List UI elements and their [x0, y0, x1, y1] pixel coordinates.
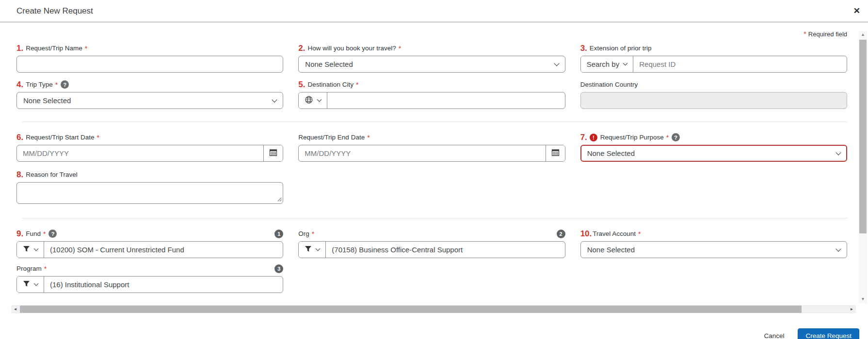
help-icon[interactable]: ? [672, 133, 680, 141]
chevron-down-icon [836, 150, 841, 155]
chevron-down-icon [554, 61, 559, 66]
field-label: Travel Account [593, 230, 636, 237]
org-input[interactable] [326, 242, 564, 258]
field-label: Fund [26, 230, 41, 237]
travel-account-select[interactable]: None Selected [580, 241, 847, 258]
selected-value: None Selected [587, 246, 635, 254]
form-row-6: Program * 3 [16, 263, 847, 293]
field-number: 8. [16, 170, 23, 179]
required-asterisk: * [43, 230, 46, 238]
reason-for-travel-textarea[interactable] [16, 182, 283, 204]
horizontal-scrollbar[interactable]: ◄ ► [11, 305, 856, 313]
vertical-scrollbar[interactable]: ▲ ▼ [859, 31, 867, 303]
resize-handle-icon[interactable] [277, 197, 282, 201]
create-request-button[interactable]: Create Request [798, 328, 859, 339]
error-icon: ! [590, 134, 597, 141]
fund-filter-dropdown[interactable] [17, 242, 44, 258]
org-group [298, 241, 565, 258]
field-fund: 9. Fund * ? 1 [16, 229, 283, 258]
field-extension-prior-trip: 3. Extension of prior trip Search by [580, 43, 847, 73]
chevron-down-icon [836, 246, 841, 251]
filter-funnel-icon [23, 280, 30, 289]
calendar-button[interactable] [263, 145, 283, 161]
form-row-5: 9. Fund * ? 1 [16, 229, 847, 258]
form-row-2: 4. Trip Type * ? None Selected 5. Destin… [16, 79, 847, 109]
required-asterisk: * [666, 134, 669, 141]
field-reason-for-travel: 8. Reason for Travel [16, 170, 283, 204]
field-label: Org [298, 230, 309, 237]
fund-input[interactable] [44, 242, 283, 258]
field-label: Request/Trip Start Date [26, 134, 94, 141]
field-book-travel: 2. How will you book your travel? * None… [298, 43, 565, 73]
field-request-trip-name: 1. Request/Trip Name * [16, 43, 283, 73]
modal-footer: Cancel Create Request [0, 324, 868, 339]
sequence-badge: 1 [274, 230, 283, 238]
field-number: 7. [580, 133, 587, 141]
scroll-up-arrow-icon[interactable]: ▲ [859, 31, 867, 39]
scroll-right-arrow-icon[interactable]: ► [848, 305, 856, 313]
section-divider [22, 218, 847, 218]
field-start-date: 6. Request/Trip Start Date * [16, 132, 283, 162]
end-date-input[interactable] [299, 145, 545, 161]
calendar-icon [551, 149, 560, 158]
field-label: Program [16, 265, 42, 272]
required-asterisk: * [356, 81, 358, 89]
book-travel-select[interactable]: None Selected [298, 56, 565, 73]
vertical-scroll-thumb[interactable] [859, 40, 867, 233]
field-number: 1. [16, 44, 23, 52]
calendar-button[interactable] [546, 145, 565, 161]
destination-city-input[interactable] [327, 92, 564, 108]
field-label: Destination Country [580, 81, 638, 88]
required-asterisk: * [312, 230, 314, 238]
filter-funnel-icon [23, 246, 30, 254]
field-number: 10. [580, 230, 592, 238]
required-field-text: Required field [808, 31, 847, 38]
globe-icon [305, 95, 313, 106]
extension-input-group: Search by [580, 56, 847, 73]
org-filter-dropdown[interactable] [299, 242, 326, 258]
form-content: *Required field 1. Request/Trip Name * 2… [0, 30, 868, 293]
field-destination-country: Destination Country [580, 79, 847, 109]
required-asterisk: * [638, 230, 641, 238]
field-end-date: Request/Trip End Date * [298, 132, 565, 162]
sequence-badge: 2 [557, 230, 565, 238]
start-date-group [16, 145, 283, 162]
destination-country-input [580, 92, 847, 109]
request-trip-name-input[interactable] [16, 56, 283, 73]
chevron-down-icon [317, 97, 322, 102]
scroll-down-arrow-icon[interactable]: ▼ [859, 295, 867, 303]
chevron-down-icon [623, 61, 628, 66]
start-date-input[interactable] [17, 145, 263, 161]
field-trip-purpose: 7. ! Request/Trip Purpose * ? None Selec… [580, 132, 847, 162]
scroll-left-arrow-icon[interactable]: ◄ [11, 305, 19, 313]
field-travel-account: 10. Travel Account * None Selected [580, 229, 847, 258]
horizontal-scroll-thumb[interactable] [20, 306, 802, 313]
cancel-button[interactable]: Cancel [764, 332, 784, 339]
required-asterisk: * [97, 134, 99, 141]
field-label: Extension of prior trip [590, 45, 652, 52]
horizontal-scroll-track[interactable] [19, 305, 848, 313]
city-search-type-dropdown[interactable] [299, 92, 327, 108]
field-label: Reason for Travel [26, 171, 78, 178]
chevron-down-icon [316, 247, 321, 251]
calendar-icon [269, 149, 277, 158]
close-icon[interactable]: ✕ [853, 7, 860, 15]
field-number: 6. [16, 133, 23, 141]
search-by-dropdown[interactable]: Search by [581, 56, 634, 72]
search-by-label: Search by [587, 60, 620, 68]
end-date-group [298, 145, 565, 162]
request-id-input[interactable] [633, 56, 847, 72]
chevron-down-icon [34, 247, 39, 251]
trip-purpose-select[interactable]: None Selected [580, 145, 847, 162]
sequence-badge: 3 [274, 264, 283, 273]
field-label: Request/Trip End Date [298, 134, 365, 141]
program-input[interactable] [44, 277, 283, 293]
modal-body: *Required field 1. Request/Trip Name * 2… [0, 30, 868, 339]
program-filter-dropdown[interactable] [17, 277, 44, 293]
help-icon[interactable]: ? [48, 230, 57, 238]
help-icon[interactable]: ? [61, 80, 69, 89]
trip-type-select[interactable]: None Selected [16, 92, 283, 109]
field-program: Program * 3 [16, 263, 283, 293]
field-org: Org * 2 [298, 229, 565, 258]
form-row-3: 6. Request/Trip Start Date * [16, 132, 847, 162]
